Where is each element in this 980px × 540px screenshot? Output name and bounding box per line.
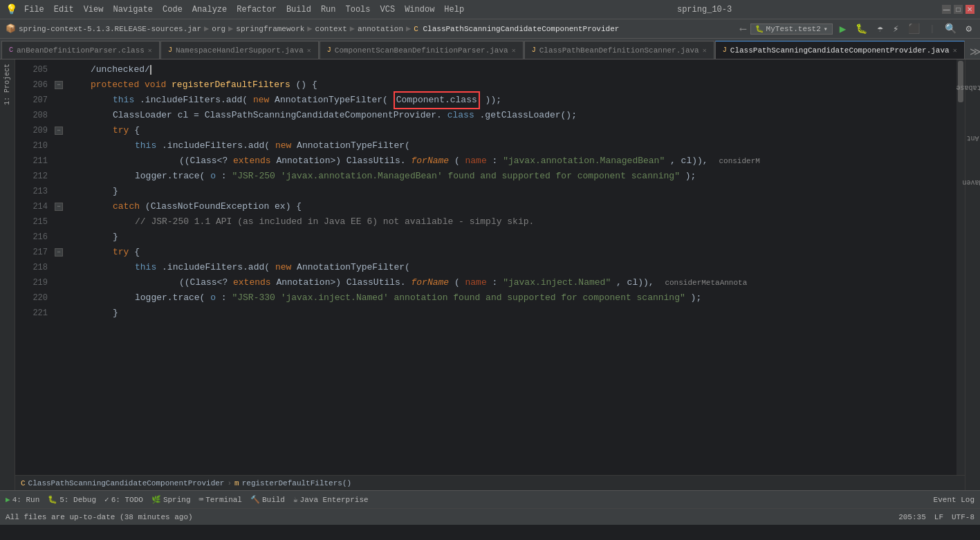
tab-label-classpathprovider: ClassPathScanningCandidateComponentProvi… [730,46,950,55]
breadcrumb-annotation[interactable]: annotation [358,25,403,33]
maximize-button[interactable]: □ [954,5,963,14]
line-num-221: 221 [18,306,48,321]
menu-refactor[interactable]: Refactor [234,5,279,15]
code-line-210: this .includeFilters.add( new Annotation… [66,138,956,153]
fold-marker-206[interactable]: − [55,81,63,89]
settings-button[interactable]: ⚙ [963,21,974,36]
cursor-position[interactable]: 205:35 [898,513,926,521]
breadcrumb-org[interactable]: org [212,25,225,33]
title-bar-left: 💡 File Edit View Navigate Code Analyze R… [6,3,467,15]
minimize-button[interactable]: — [942,5,951,14]
code-line-216: } [66,230,956,245]
breadcrumb-class-icon: C [21,479,26,487]
tab-icon-classpathscanner: J [532,46,536,54]
vertical-scrollbar[interactable] [956,59,965,475]
tool-terminal[interactable]: ⌨ Terminal [199,495,242,504]
tab-label-componentscan: ComponentScanBeanDefinitionParser.java [335,46,508,55]
line-num-214: 214 [18,199,48,214]
tab-close-componentscan[interactable]: ✕ [512,46,516,55]
menu-code[interactable]: Code [160,5,185,15]
tool-run[interactable]: ▶ 4: Run [6,495,39,504]
file-tabs: C anBeanDefinitionParser.class ✕ J Names… [0,39,980,59]
right-tab-maven[interactable]: Maven [956,177,980,187]
search-button[interactable]: 🔍 [942,21,959,36]
nav-bar: 📦 spring-context-5.1.3.RELEASE-sources.j… [0,19,980,39]
tab-anbean[interactable]: C anBeanDefinitionParser.class ✕ [1,41,160,59]
menu-vcs[interactable]: VCS [378,5,398,15]
tool-todo[interactable]: ✓ 6: TODO [104,495,143,504]
code-line-214: catch (ClassNotFoundException ex) { [66,199,956,214]
code-line-208: ClassLoader cl = ClassPathScanningCandid… [66,108,956,123]
menu-build[interactable]: Build [284,5,314,15]
tab-classpathscanner[interactable]: J ClassPathBeanDefinitionScanner.java ✕ [524,41,714,59]
tool-debug[interactable]: 🐛 5: Debug [48,495,96,504]
fold-marker-217[interactable]: − [55,248,63,257]
line-num-218: 218 [18,260,48,275]
fold-marker-214[interactable]: − [55,203,63,211]
tool-java-enterprise[interactable]: ☕ Java Enterprise [293,495,369,504]
left-panel: 1: Project [0,59,15,490]
breadcrumb-editor-method[interactable]: registerDefaultFilters() [242,479,351,487]
component-class-highlight: Component.class [394,91,480,109]
nav-back-icon[interactable]: ⟵ [740,23,746,35]
line-num-216: 216 [18,230,48,245]
run-config-dropdown[interactable]: 🐛 MyTest.test2 ▾ [750,24,833,35]
profile-button[interactable]: ⚡ [890,21,901,36]
spring-label: Spring [163,496,191,504]
encoding[interactable]: UTF-8 [952,513,974,521]
right-tab-ant[interactable]: Ant [961,133,980,143]
tab-close-classpathprovider[interactable]: ✕ [953,46,957,55]
breadcrumb-editor-class[interactable]: ClassPathScanningCandidateComponentProvi… [28,479,225,487]
menu-view[interactable]: View [81,5,107,15]
fold-marker-209[interactable]: − [55,127,63,135]
tab-componentscan[interactable]: J ComponentScanBeanDefinitionParser.java… [320,41,524,59]
breadcrumb-class: C ClassPathScanningCandidateComponentPro… [414,25,619,33]
tab-label-classpathscanner: ClassPathBeanDefinitionScanner.java [539,46,699,55]
debug-icon: 🐛 [48,495,57,504]
breadcrumb-sep-5: ▶ [406,24,411,34]
debug-button[interactable]: 🐛 [853,21,870,36]
code-content[interactable]: /unchecked/ protected void registerDefau… [66,59,956,475]
line-num-205: 205 [18,62,48,77]
tab-namespace[interactable]: J NamespaceHandlerSupport.java ✕ [160,41,319,59]
title-bar: 💡 File Edit View Navigate Code Analyze R… [0,0,980,19]
menu-tools[interactable]: Tools [343,5,373,15]
run-button[interactable]: ▶ [837,21,849,37]
tab-close-classpathscanner[interactable]: ✕ [703,46,707,55]
bottom-bar: ▶ 4: Run 🐛 5: Debug ✓ 6: TODO 🌿 Spring ⌨… [0,490,980,508]
menu-analyze[interactable]: Analyze [189,5,230,15]
event-log-button[interactable]: Event Log [934,496,974,504]
right-tab-database[interactable]: Database [950,82,980,93]
tool-spring[interactable]: 🌿 Spring [151,495,191,504]
tab-classpathprovider[interactable]: J ClassPathScanningCandidateComponentPro… [715,41,965,59]
menu-window[interactable]: Window [402,5,437,15]
title-bar-controls: — □ ✕ [942,5,974,14]
menu-run[interactable]: Run [318,5,339,15]
coverage-button[interactable]: ☂ [874,21,885,36]
spring-icon: 🌿 [151,495,161,504]
menu-edit[interactable]: Edit [51,5,77,15]
close-button[interactable]: ✕ [965,5,974,14]
breadcrumb-context[interactable]: context [315,25,347,33]
line-num-219: 219 [18,275,48,290]
tab-overflow[interactable]: ≫ [965,45,980,59]
nav-jar[interactable]: spring-context-5.1.3.RELEASE-sources.jar [19,25,201,33]
code-line-217: try { [66,245,956,260]
run-config-name: MyTest.test2 [766,25,821,33]
line-ending[interactable]: LF [934,513,943,521]
menu-help[interactable]: Help [441,5,467,15]
tab-close-anbean[interactable]: ✕ [148,46,152,55]
tool-build[interactable]: 🔨 Build [250,495,285,504]
java-icon: ☕ [293,495,298,504]
menu-file[interactable]: File [21,5,47,15]
status-right: 205:35 LF UTF-8 [898,513,974,521]
line-num-220: 220 [18,290,48,306]
breadcrumb-sep-1: ▶ [204,24,209,34]
project-tab[interactable]: 1: Project [1,59,13,109]
stop-button[interactable]: ⬛ [905,21,923,36]
line-num-213: 213 [18,184,48,199]
tab-close-namespace[interactable]: ✕ [307,46,311,55]
code-line-209: try { [66,123,956,138]
breadcrumb-springframework[interactable]: springframework [236,25,304,33]
menu-navigate[interactable]: Navigate [110,5,156,15]
